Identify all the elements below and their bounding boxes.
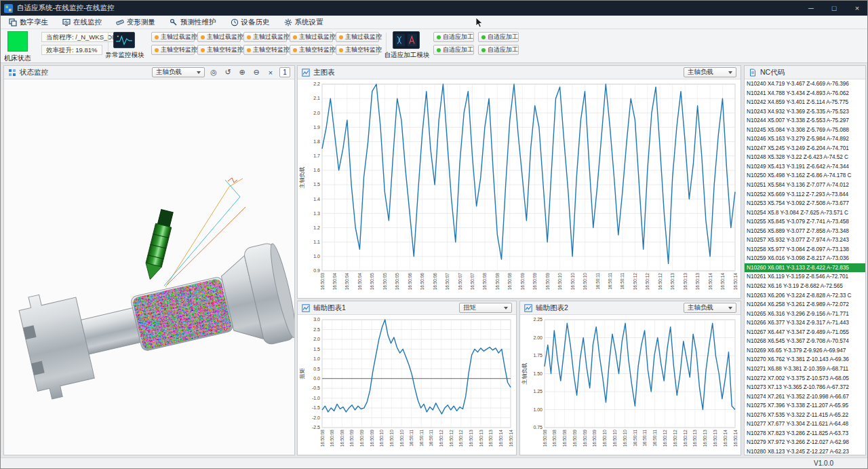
main-chart-signal-select[interactable]: 主轴负载 [684,67,736,77]
nc-code-line[interactable]: N10257 X5.932 Y-3.077 Z-7.974 A-73.243 [745,236,865,245]
nc-code-line[interactable]: N10242 X4.859 Y-3.401 Z-5.114 A-75.775 [745,98,865,107]
nc-code-line[interactable]: N10254 X5.8 Y-3.084 Z-7.625 A-73.571 C [745,208,865,218]
aux-chart1-area: 16:50:0816:50:0816:50:0816:50:0916:50:09… [298,315,516,455]
svg-text:-2.0: -2.0 [312,415,320,420]
zoom-out-icon[interactable]: ⊖ [251,67,262,77]
svg-text:16:50:10: 16:50:10 [389,430,394,447]
svg-text:16:50:08: 16:50:08 [542,430,547,447]
nc-code-line[interactable]: N10243 X4.932 Y-3.369 Z-5.335 A-75.523 [745,107,865,117]
aux-chart2-signal-select[interactable]: 主轴负载 [684,303,736,313]
adaptive-machining-button[interactable]: 自适应加工 [433,45,474,55]
wrench-icon [170,18,178,26]
svg-text:0.5: 0.5 [313,367,320,371]
nc-code-line[interactable]: N10269 X6.65 Y-3.379 Z-9.926 A-69.947 [745,346,865,356]
menu-item-label: 设备历史 [241,18,270,27]
nc-code-line[interactable]: N10278 X7.823 Y-3.286 Z-11.825 A-63.73 [745,429,865,438]
nc-code-line[interactable]: N10271 X6.88 Y-3.381 Z-10.359 A-68.711 [745,364,865,374]
orange-dot-icon [247,35,251,39]
spindle-overload-button[interactable]: 主轴过载监控 [151,32,195,42]
nc-code-line[interactable]: N10241 X4.788 Y-3.434 Z-4.893 A-76.062 [745,89,865,98]
svg-text:16:50:09: 16:50:09 [349,430,354,447]
menu-item-online-monitoring[interactable]: 在线监控 [58,16,108,29]
nc-code-line[interactable]: N10264 X6.258 Y-3.261 Z-8.989 A-72.072 [745,300,865,309]
adaptive-machining-button[interactable]: 自适应加工 [478,32,519,42]
target-icon[interactable]: ◎ [208,67,219,77]
nc-code-line[interactable]: N10280 X8.123 Y-3.245 Z-12.227 A-62.23 [745,447,865,455]
aux-chart1-title: 辅助图表1 [313,303,346,313]
spindle-overload-button[interactable]: 主轴过载监控 [290,32,333,42]
nc-code-line[interactable]: N10256 X5.889 Y-3.077 Z-7.858 A-73.348 [745,227,865,236]
nc-code-line[interactable]: N10247 X5.245 Y-3.249 Z-6.204 A-74.701 [745,144,865,153]
view-count-badge[interactable]: 1 [279,67,290,77]
model-viewport[interactable] [4,79,294,455]
zoom-in-icon[interactable]: ⊕ [237,67,248,77]
nc-code-line[interactable]: N10259 X6.016 Y-3.098 Z-8.217 A-73.036 [745,254,865,263]
reset-view-icon[interactable]: ↺ [222,67,233,77]
model-overlay-select[interactable]: 主轴负载 [152,67,205,77]
nc-code-line[interactable]: N10277 X7.677 Y-3.304 Z-11.621 A-64.48 [745,419,865,429]
clear-icon[interactable]: × [265,67,276,77]
svg-text:16:50:05: 16:50:05 [395,273,399,290]
nc-code-line[interactable]: N10244 X5.007 Y-3.338 Z-5.553 A-75.297 [745,116,865,126]
status-panel-header: 状态监控 主轴负载 ◎ ↺ ⊕ ⊖ × 1 [4,66,294,79]
nc-code-line[interactable]: N10272 X7.002 Y-3.375 Z-10.573 A-68.05 [745,374,865,383]
nc-code-line[interactable]: N10279 X7.972 Y-3.266 Z-12.027 A-62.98 [745,438,865,447]
spindle-overload-button[interactable]: 主轴过载监控 [336,32,379,42]
spindle-idle-button[interactable]: 主轴空转监控 [243,45,287,55]
nc-code-line[interactable]: N10240 X4.719 Y-3.467 Z-4.669 A-76.396 [745,79,865,89]
spindle-idle-button[interactable]: 主轴空转监控 [151,45,195,55]
menu-item-deformation-measure[interactable]: 变形测量 [112,16,161,29]
nc-code-line[interactable]: N10273 X7.13 Y-3.365 Z-10.786 A-67.372 [745,383,865,392]
nc-code-line[interactable]: N10263 X6.206 Y-3.224 Z-8.828 A-72.33 C [745,291,865,301]
svg-text:16:50:04: 16:50:04 [344,273,349,290]
spindle-idle-button[interactable]: 主轴空转监控 [336,45,379,55]
nc-code-line[interactable]: N10260 X6.081 Y-3.133 Z-8.422 A-72.835 [745,263,865,273]
svg-text:16:50:06: 16:50:06 [420,273,425,290]
menu-item-label: 在线监控 [73,18,102,27]
nc-code-line[interactable]: N10250 X5.498 Y-3.162 Z-6.86 A-74.178 C [745,171,865,181]
nc-code-line[interactable]: N10255 X5.845 Y-3.079 Z-7.741 A-73.458 [745,217,865,227]
svg-text:16:50:06: 16:50:06 [433,273,437,290]
nc-code-line[interactable]: N10252 X5.669 Y-3.112 Z-7.293 A-73.844 [745,190,865,200]
main-chart-area: 16:50:0316:50:0416:50:0416:50:0416:50:05… [298,79,741,298]
menu-item-digital-twin[interactable]: 数字孪生 [5,16,54,29]
nc-code-line[interactable]: N10258 X5.977 Y-3.084 Z-8.097 A-73.138 [745,245,865,255]
minimize-button[interactable]: ─ [800,1,823,16]
menu-item-label: 变形测量 [127,18,155,27]
nc-code-line[interactable]: N10253 X5.754 Y-3.092 Z-7.508 A-73.677 [745,199,865,208]
menu-item-system-settings[interactable]: 系统设置 [280,16,330,29]
nc-code-line[interactable]: N10251 X5.584 Y-3.136 Z-7.077 A-74.012 [745,181,865,190]
menu-item-device-history[interactable]: 设备历史 [226,16,276,29]
clock-icon [231,18,239,26]
aux-chart1-signal-select[interactable]: 扭矩 [459,303,512,313]
adaptive-machining-button[interactable]: 自适应加工 [478,45,519,55]
nc-code-list[interactable]: N10240 X4.719 Y-3.467 Z-4.669 A-76.396N1… [745,79,865,455]
spindle-overload-button[interactable]: 主轴过载监控 [243,32,287,42]
main-chart-title: 主图表 [313,68,335,77]
nc-code-line[interactable]: N10276 X7.535 Y-3.322 Z-11.415 A-65.22 [745,411,865,420]
nc-code-line[interactable]: N10270 X6.762 Y-3.381 Z-10.143 A-69.36 [745,355,865,364]
nc-code-line[interactable]: N10246 X5.163 Y-3.279 Z-5.984 A-74.892 [745,134,865,144]
nc-code-line[interactable]: N10266 X6.377 Y-3.324 Z-9.317 A-71.443 [745,318,865,328]
nc-code-line[interactable]: N10249 X5.413 Y-3.191 Z-6.642 A-74.344 [745,162,865,172]
maximize-button[interactable]: □ [823,1,846,16]
svg-text:16:50:13: 16:50:13 [479,430,484,447]
aux-chart1-canvas: 16:50:0816:50:0816:50:0816:50:0916:50:09… [298,315,516,455]
spindle-idle-button[interactable]: 主轴空转监控 [197,45,241,55]
adaptive-module-icon[interactable] [393,31,420,49]
spindle-idle-button[interactable]: 主轴空转监控 [290,45,333,55]
nc-code-line[interactable]: N10248 X5.328 Y-3.22 Z-6.423 A-74.52 C [745,153,865,162]
nc-code-line[interactable]: N10265 X6.316 Y-3.296 Z-9.156 A-71.771 [745,309,865,319]
menu-item-predictive-maintenance[interactable]: 预测性维护 [165,16,222,29]
nc-code-line[interactable]: N10275 X7.396 Y-3.338 Z-11.207 A-65.95 [745,401,865,411]
adaptive-machining-button[interactable]: 自适应加工 [433,32,474,42]
nc-code-line[interactable]: N10274 X7.261 Y-3.352 Z-10.998 A-66.67 [745,392,865,402]
abnormal-module-icon[interactable] [113,32,135,48]
nc-code-line[interactable]: N10262 X6.16 Y-3.19 Z-8.682 A-72.565 [745,282,865,291]
close-button[interactable]: × [846,1,868,16]
nc-code-line[interactable]: N10268 X6.545 Y-3.367 Z-9.708 A-70.574 [745,337,865,346]
nc-code-line[interactable]: N10267 X6.447 Y-3.347 Z-9.489 A-71.055 [745,328,865,337]
spindle-overload-button[interactable]: 主轴过载监控 [197,32,241,42]
nc-code-line[interactable]: N10245 X5.084 Y-3.308 Z-5.769 A-75.088 [745,126,865,135]
nc-code-line[interactable]: N10261 X6.119 Y-3.159 Z-8.546 A-72.701 [745,272,865,282]
